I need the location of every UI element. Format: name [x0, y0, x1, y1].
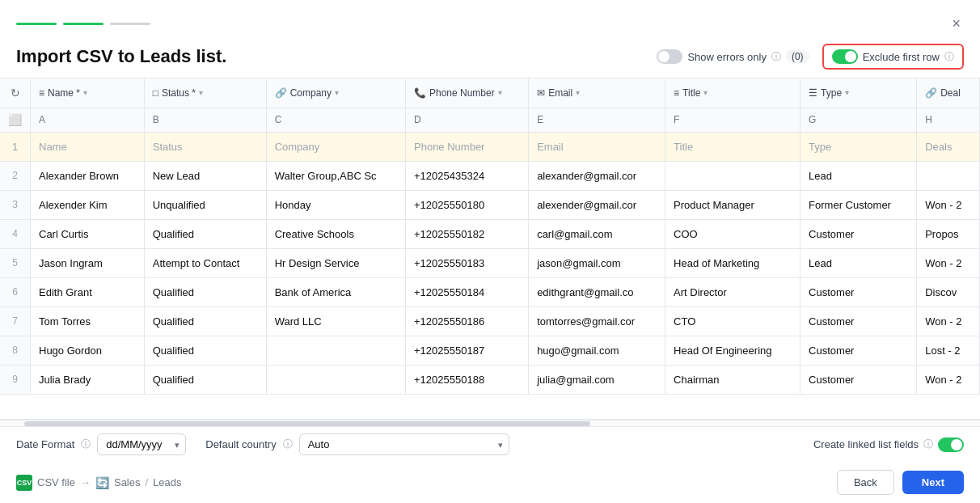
leads-label: Leads [153, 476, 181, 488]
exclude-first-row-control: Exclude first row ⓘ [822, 44, 964, 70]
col-header-status[interactable]: □ Status * ▾ [144, 78, 266, 108]
csv-file-icon: CSV [16, 475, 32, 491]
show-errors-label: Show errors only [687, 51, 767, 63]
row2-type: Lead [800, 161, 917, 190]
row9-type: Customer [800, 365, 917, 394]
row4-status: Qualified [144, 219, 266, 248]
row9-phone: +12025550188 [406, 365, 529, 394]
col-header-email[interactable]: ✉ Email ▾ [529, 78, 665, 108]
row4-title: COO [665, 219, 800, 248]
row-num-8: 8 [0, 336, 31, 365]
sales-label: Sales [114, 476, 141, 488]
row2-status: New Lead [144, 161, 266, 190]
row2-company: Walter Group,ABC Sc [266, 161, 405, 190]
table-row: 2 Alexander Brown New Lead Walter Group,… [0, 161, 980, 190]
date-format-select-wrap: dd/MM/yyyy [97, 433, 186, 455]
refresh-icon: ↻ [11, 87, 20, 99]
breadcrumb: CSV CSV file → 🔄 Sales / Leads [16, 475, 182, 491]
title-row: Import CSV to Leads list. Show errors on… [0, 34, 980, 78]
row3-company: Honday [266, 190, 405, 219]
col-header-type-label: Type [821, 87, 842, 99]
letter-f: F [665, 108, 800, 132]
row6-status: Qualified [144, 277, 266, 306]
show-errors-info-icon: ⓘ [771, 50, 781, 64]
row3-name: Alexender Kim [31, 190, 145, 219]
row8-phone: +12025550187 [406, 336, 529, 365]
row-num-1: 1 [0, 132, 31, 161]
next-button[interactable]: Next [902, 471, 964, 494]
status-col-chevron: ▾ [199, 88, 203, 97]
title-controls: Show errors only ⓘ (0) Exclude first row… [657, 44, 964, 70]
table-csv-icon: ⬜ [8, 113, 22, 126]
date-format-label: Date Format [16, 438, 74, 450]
row1-col-status: Status [144, 132, 266, 161]
column-header-row: ↻ ≡ Name * ▾ □ Status * ▾ [0, 78, 980, 108]
email-col-chevron: ▾ [576, 88, 580, 97]
table-row: 8 Hugo Gordon Qualified +12025550187 hug… [0, 336, 980, 365]
col-header-deal[interactable]: 🔗 Deal [917, 78, 980, 108]
errors-count-badge: (0) [786, 50, 809, 63]
row2-name: Alexander Brown [31, 161, 145, 190]
exclude-info-icon: ⓘ [944, 50, 954, 64]
row5-title: Head of Marketing [665, 248, 800, 277]
create-linked-toggle[interactable] [938, 437, 964, 452]
row1-col-name: Name [31, 132, 145, 161]
col-header-company[interactable]: 🔗 Company ▾ [266, 78, 405, 108]
row9-title: Chairman [665, 365, 800, 394]
back-button[interactable]: Back [837, 470, 894, 495]
close-button[interactable]: × [948, 13, 964, 34]
row4-deals: Propos [917, 219, 980, 248]
col-header-email-label: Email [548, 87, 572, 99]
email-col-icon: ✉ [537, 87, 545, 99]
table-row: 6 Edith Grant Qualified Bank of America … [0, 277, 980, 306]
breadcrumb-arrow: → [80, 476, 91, 488]
scroll-thumb [24, 421, 590, 426]
row7-name: Tom Torres [31, 306, 145, 336]
data-table: ↻ ≡ Name * ▾ □ Status * ▾ [0, 78, 980, 395]
letter-c: C [266, 108, 405, 132]
horizontal-scrollbar[interactable] [0, 420, 980, 426]
row-num-2: 2 [0, 161, 31, 190]
row1-col-type: Type [800, 132, 917, 161]
table-row: 7 Tom Torres Qualified Ward LLC +1202555… [0, 306, 980, 336]
row4-type: Customer [800, 219, 917, 248]
row7-deals: Won - 2 [917, 306, 980, 336]
step-3 [110, 23, 150, 25]
title-col-icon: ≡ [674, 87, 679, 99]
row2-phone: +12025435324 [406, 161, 529, 190]
show-errors-toggle[interactable] [657, 49, 682, 64]
col-header-title[interactable]: ≡ Title ▾ [665, 78, 800, 108]
row6-deals: Discov [917, 277, 980, 306]
default-country-select-wrap: Auto [299, 433, 509, 455]
row1-col-phone: Phone Number [406, 132, 529, 161]
create-linked-field: Create linked list fields ⓘ [813, 437, 964, 452]
date-format-select[interactable]: dd/MM/yyyy [97, 433, 186, 455]
col-header-name[interactable]: ≡ Name * ▾ [31, 78, 145, 108]
col-header-phone[interactable]: 📞 Phone Number ▾ [406, 78, 529, 108]
row6-phone: +12025550184 [406, 277, 529, 306]
row3-title: Product Manager [665, 190, 800, 219]
default-country-info-icon: ⓘ [283, 437, 293, 451]
row5-deals: Won - 2 [917, 248, 980, 277]
phone-col-chevron: ▾ [498, 88, 502, 97]
default-country-select[interactable]: Auto [299, 433, 509, 455]
row4-name: Carl Curtis [31, 219, 145, 248]
footer-settings-bar: Date Format ⓘ dd/MM/yyyy Default country… [0, 426, 980, 462]
letter-h: H [917, 108, 980, 132]
col-header-type[interactable]: ☰ Type ▾ [800, 78, 917, 108]
row2-title [665, 161, 800, 190]
col-header-deal-label: Deal [940, 87, 961, 99]
col-header-phone-label: Phone Number [429, 87, 495, 99]
row9-status: Qualified [144, 365, 266, 394]
modal-header: × [0, 0, 980, 34]
exclude-first-row-toggle[interactable] [832, 49, 858, 64]
letter-row: ⬜ A B C D E F G H [0, 108, 980, 132]
row8-company [266, 336, 405, 365]
col-header-company-label: Company [290, 87, 332, 99]
row9-deals: Won - 2 [917, 365, 980, 394]
row8-status: Qualified [144, 336, 266, 365]
row5-phone: +12025550183 [406, 248, 529, 277]
data-table-container[interactable]: ↻ ≡ Name * ▾ □ Status * ▾ [0, 78, 980, 420]
row7-email: tomtorres@gmail.cor [529, 306, 665, 336]
row2-deals [917, 161, 980, 190]
